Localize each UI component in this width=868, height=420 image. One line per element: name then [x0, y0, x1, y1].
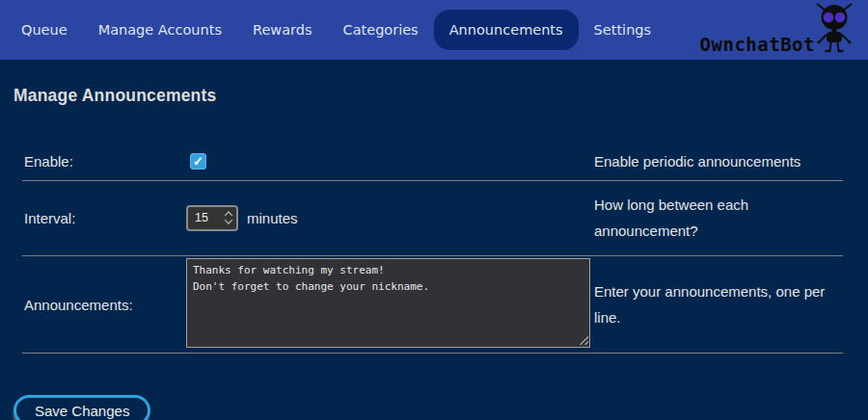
nav-tab-settings[interactable]: Settings — [579, 10, 666, 50]
row-interval: Interval: minutes How long between each … — [22, 181, 843, 256]
number-spinner[interactable] — [226, 213, 232, 223]
announcements-help-text: Enter your announcements, one per line. — [594, 256, 843, 354]
main-content: Manage Announcements Enable: ✓ Enable pe… — [0, 86, 868, 420]
robot-mascot-icon — [812, 3, 856, 58]
enable-label: Enable: — [22, 143, 186, 181]
nav-tab-announcements[interactable]: Announcements — [434, 10, 579, 50]
interval-unit-label: minutes — [247, 210, 298, 226]
nav-tab-manage-accounts[interactable]: Manage Accounts — [83, 10, 237, 50]
brand-logo: OwnchatBot — [700, 3, 856, 58]
save-changes-button[interactable]: Save Changes — [14, 395, 150, 420]
nav-tab-rewards[interactable]: Rewards — [237, 10, 328, 50]
nav-tab-queue[interactable]: Queue — [6, 10, 83, 50]
announcements-control-cell: Thanks for watching my stream! Don't for… — [186, 256, 594, 354]
spinner-down-icon[interactable] — [226, 220, 232, 223]
navbar: Queue Manage Accounts Rewards Categories… — [0, 0, 868, 60]
brand-name: OwnchatBot — [700, 34, 815, 55]
row-announcements: Announcements: Thanks for watching my st… — [22, 256, 843, 354]
nav-tab-categories[interactable]: Categories — [328, 10, 434, 50]
enable-control-cell: ✓ — [186, 143, 594, 181]
interval-control-cell: minutes — [186, 181, 594, 256]
row-enable: Enable: ✓ Enable periodic announcements — [22, 143, 843, 181]
interval-help-text: How long between each announcement? — [594, 181, 843, 256]
checkbox-checked-icon: ✓ — [193, 155, 203, 168]
page-title: Manage Announcements — [14, 86, 854, 106]
settings-table: Enable: ✓ Enable periodic announcements … — [22, 143, 843, 354]
announcements-textarea[interactable]: Thanks for watching my stream! Don't for… — [186, 258, 590, 348]
enable-help-text: Enable periodic announcements — [594, 143, 843, 181]
app-window: Queue Manage Accounts Rewards Categories… — [0, 0, 868, 420]
save-row: Save Changes — [14, 395, 854, 420]
enable-checkbox[interactable]: ✓ — [190, 153, 206, 170]
interval-label: Interval: — [22, 181, 186, 256]
announcements-label: Announcements: — [22, 256, 186, 354]
